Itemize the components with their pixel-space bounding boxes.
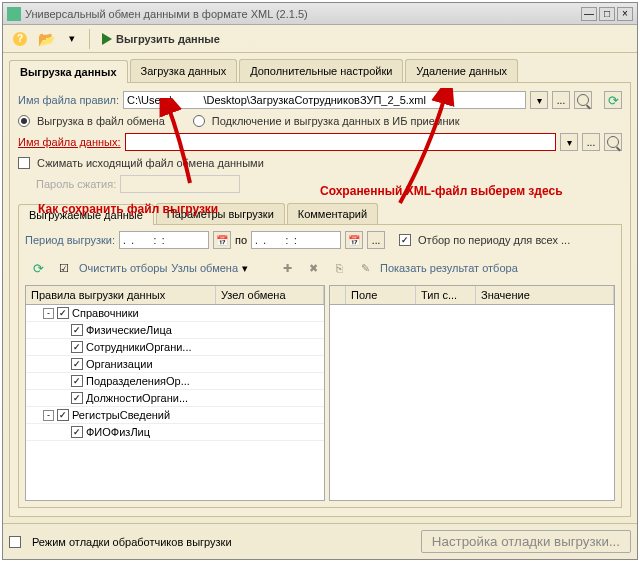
- subtab-data[interactable]: Выгружаемые данные: [18, 204, 154, 225]
- col-blank: [330, 286, 346, 304]
- tree-row[interactable]: -Справочники: [26, 305, 324, 322]
- rules-file-label: Имя файла правил:: [18, 94, 119, 106]
- rules-dropdown-icon[interactable]: ▾: [530, 91, 548, 109]
- tree-checkbox[interactable]: [71, 341, 83, 353]
- open-file-icon[interactable]: 📂: [35, 28, 57, 50]
- tree-checkbox[interactable]: [57, 409, 69, 421]
- tree-label: Организации: [86, 358, 153, 370]
- period-from-cal-icon[interactable]: 📅: [213, 231, 231, 249]
- show-result-link[interactable]: Показать результат отбора: [380, 262, 518, 274]
- tab-settings[interactable]: Дополнительные настройки: [239, 59, 403, 82]
- radio-file-label: Выгрузка в файл обмена: [37, 115, 165, 127]
- period-to-cal-icon[interactable]: 📅: [345, 231, 363, 249]
- tree-row[interactable]: СотрудникиОргани...: [26, 339, 324, 356]
- tree-toggle-icon[interactable]: -: [43, 308, 54, 319]
- password-label: Пароль сжатия:: [36, 178, 116, 190]
- col-rules: Правила выгрузки данных: [26, 286, 216, 304]
- col-node: Узел обмена: [216, 286, 324, 304]
- period-filter-checkbox[interactable]: [399, 234, 411, 246]
- debug-label: Режим отладки обработчиков выгрузки: [32, 536, 232, 548]
- export-action-button[interactable]: Выгрузить данные: [96, 31, 226, 47]
- period-from-input[interactable]: [119, 231, 209, 249]
- tree-label: ПодразделенияОр...: [86, 375, 190, 387]
- rules-browse-button[interactable]: ...: [552, 91, 570, 109]
- dropdown-icon[interactable]: ▾: [61, 28, 83, 50]
- radio-db-mode[interactable]: [193, 115, 205, 127]
- export-label: Выгрузить данные: [116, 33, 220, 45]
- tree-row[interactable]: ФИОФизЛиц: [26, 424, 324, 441]
- rules-tree-grid[interactable]: Правила выгрузки данных Узел обмена -Спр…: [25, 285, 325, 501]
- period-filter-label: Отбор по периоду для всех ...: [418, 234, 570, 246]
- tree-checkbox[interactable]: [71, 426, 83, 438]
- tree-label: Справочники: [72, 307, 139, 319]
- tree-row[interactable]: ФизическиеЛица: [26, 322, 324, 339]
- titlebar: Универсальный обмен данными в формате XM…: [3, 3, 637, 25]
- nodes-link[interactable]: Узлы обмена: [171, 262, 238, 274]
- refresh-grid-icon[interactable]: ⟳: [27, 257, 49, 279]
- toolbar: ? 📂 ▾ Выгрузить данные: [3, 25, 637, 53]
- play-icon: [102, 33, 112, 45]
- close-button[interactable]: ×: [617, 7, 633, 21]
- minimize-button[interactable]: —: [581, 7, 597, 21]
- help-icon[interactable]: ?: [9, 28, 31, 50]
- clone-icon[interactable]: ⎘: [328, 257, 350, 279]
- tab-import[interactable]: Загрузка данных: [130, 59, 238, 82]
- tree-row[interactable]: Организации: [26, 356, 324, 373]
- data-browse-button[interactable]: ...: [582, 133, 600, 151]
- tree-row[interactable]: -РегистрыСведений: [26, 407, 324, 424]
- maximize-button[interactable]: □: [599, 7, 615, 21]
- clear-filters-link[interactable]: Очистить отборы: [79, 262, 167, 274]
- period-label: Период выгрузки:: [25, 234, 115, 246]
- col-value: Значение: [476, 286, 614, 304]
- tree-row[interactable]: ДолжностиОргани...: [26, 390, 324, 407]
- tree-toggle-icon[interactable]: -: [43, 410, 54, 421]
- sub-tabs: Выгружаемые данные Параметры выгрузки Ко…: [18, 203, 622, 225]
- debug-checkbox[interactable]: [9, 536, 21, 548]
- col-field: Поле: [346, 286, 416, 304]
- period-to-input[interactable]: [251, 231, 341, 249]
- tree-checkbox[interactable]: [71, 324, 83, 336]
- tree-checkbox[interactable]: [57, 307, 69, 319]
- period-sep: по: [235, 234, 247, 246]
- rules-search-icon[interactable]: [574, 91, 592, 109]
- radio-db-label: Подключение и выгрузка данных в ИБ прием…: [212, 115, 460, 127]
- data-search-icon[interactable]: [604, 133, 622, 151]
- tree-label: ФИОФизЛиц: [86, 426, 150, 438]
- remove-icon[interactable]: ✖: [302, 257, 324, 279]
- debug-settings-button[interactable]: Настройка отладки выгрузки...: [421, 530, 631, 553]
- app-icon: [7, 7, 21, 21]
- tree-checkbox[interactable]: [71, 392, 83, 404]
- tree-label: ФизическиеЛица: [86, 324, 172, 336]
- password-input[interactable]: [120, 175, 240, 193]
- data-file-input[interactable]: [125, 133, 556, 151]
- tree-label: РегистрыСведений: [72, 409, 170, 421]
- filter-grid[interactable]: Поле Тип с... Значение: [329, 285, 615, 501]
- period-select-button[interactable]: ...: [367, 231, 385, 249]
- rules-file-input[interactable]: [123, 91, 526, 109]
- data-dropdown-icon[interactable]: ▾: [560, 133, 578, 151]
- tree-row[interactable]: ПодразделенияОр...: [26, 373, 324, 390]
- main-tabs: Выгрузка данных Загрузка данных Дополнит…: [9, 59, 631, 83]
- tree-checkbox[interactable]: [71, 358, 83, 370]
- add-icon[interactable]: ✚: [276, 257, 298, 279]
- compress-checkbox[interactable]: [18, 157, 30, 169]
- tree-label: ДолжностиОргани...: [86, 392, 188, 404]
- tab-delete[interactable]: Удаление данных: [405, 59, 518, 82]
- tab-export[interactable]: Выгрузка данных: [9, 60, 128, 83]
- data-file-label: Имя файла данных:: [18, 136, 121, 148]
- rules-refresh-icon[interactable]: ⟳: [604, 91, 622, 109]
- window-title: Универсальный обмен данными в формате XM…: [25, 8, 581, 20]
- col-type: Тип с...: [416, 286, 476, 304]
- tree-checkbox[interactable]: [71, 375, 83, 387]
- tree-label: СотрудникиОргани...: [86, 341, 192, 353]
- edit-icon[interactable]: ✎: [354, 257, 376, 279]
- radio-file-mode[interactable]: [18, 115, 30, 127]
- subtab-comment[interactable]: Комментарий: [287, 203, 378, 224]
- checkall-icon[interactable]: ☑: [53, 257, 75, 279]
- subtab-params[interactable]: Параметры выгрузки: [156, 203, 285, 224]
- compress-label: Сжимать исходящий файл обмена данными: [37, 157, 264, 169]
